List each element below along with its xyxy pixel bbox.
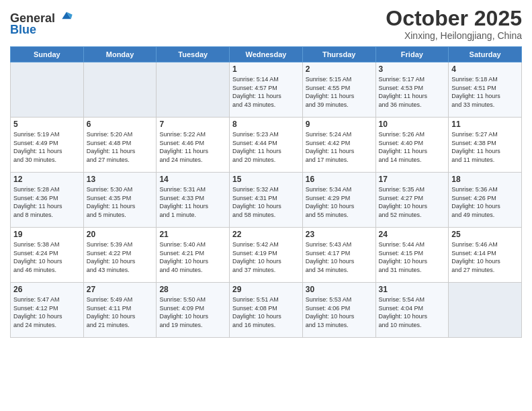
calendar-cell (157, 62, 230, 118)
day-number: 20 (87, 230, 154, 239)
weekday-header-wednesday: Wednesday (230, 47, 303, 62)
calendar-week-row: 26Sunrise: 5:47 AM Sunset: 4:12 PM Dayli… (11, 283, 522, 338)
day-number: 27 (87, 285, 154, 294)
day-number: 26 (13, 285, 81, 294)
calendar-cell: 13Sunrise: 5:30 AM Sunset: 4:35 PM Dayli… (83, 173, 157, 228)
calendar-cell (83, 62, 157, 118)
day-number: 19 (13, 230, 81, 239)
weekday-header-saturday: Saturday (449, 47, 522, 62)
calendar-cell: 20Sunrise: 5:39 AM Sunset: 4:22 PM Dayli… (83, 228, 157, 283)
day-info: Sunrise: 5:14 AM Sunset: 4:57 PM Dayligh… (232, 75, 300, 109)
day-info: Sunrise: 5:17 AM Sunset: 4:53 PM Dayligh… (379, 75, 446, 109)
calendar-cell: 29Sunrise: 5:51 AM Sunset: 4:08 PM Dayli… (230, 283, 303, 338)
page-container: General Blue October 2025 Xinxing, Heilo… (0, 0, 532, 411)
day-info: Sunrise: 5:26 AM Sunset: 4:40 PM Dayligh… (379, 130, 446, 164)
day-number: 18 (451, 175, 519, 184)
calendar-cell: 15Sunrise: 5:32 AM Sunset: 4:31 PM Dayli… (230, 173, 303, 228)
day-info: Sunrise: 5:38 AM Sunset: 4:24 PM Dayligh… (13, 240, 81, 274)
day-info: Sunrise: 5:22 AM Sunset: 4:46 PM Dayligh… (159, 130, 226, 164)
day-info: Sunrise: 5:27 AM Sunset: 4:38 PM Dayligh… (451, 130, 519, 164)
day-number: 14 (159, 175, 226, 184)
day-info: Sunrise: 5:30 AM Sunset: 4:35 PM Dayligh… (87, 185, 154, 219)
day-info: Sunrise: 5:15 AM Sunset: 4:55 PM Dayligh… (306, 75, 373, 109)
calendar-cell: 18Sunrise: 5:36 AM Sunset: 4:26 PM Dayli… (449, 173, 522, 228)
day-number: 12 (13, 175, 81, 184)
calendar-cell: 7Sunrise: 5:22 AM Sunset: 4:46 PM Daylig… (157, 118, 230, 173)
day-number: 29 (232, 285, 300, 294)
calendar-week-row: 1Sunrise: 5:14 AM Sunset: 4:57 PM Daylig… (11, 62, 522, 118)
day-number: 8 (232, 120, 300, 129)
calendar-week-row: 5Sunrise: 5:19 AM Sunset: 4:49 PM Daylig… (11, 118, 522, 173)
day-number: 28 (159, 285, 226, 294)
day-number: 9 (306, 120, 373, 129)
calendar-table: SundayMondayTuesdayWednesdayThursdayFrid… (10, 46, 522, 338)
day-info: Sunrise: 5:50 AM Sunset: 4:09 PM Dayligh… (159, 295, 226, 329)
logo-icon (60, 9, 73, 22)
day-number: 2 (306, 64, 373, 74)
day-info: Sunrise: 5:54 AM Sunset: 4:04 PM Dayligh… (379, 295, 446, 329)
day-number: 7 (159, 120, 226, 129)
calendar-cell: 27Sunrise: 5:49 AM Sunset: 4:11 PM Dayli… (83, 283, 157, 338)
calendar-cell: 10Sunrise: 5:26 AM Sunset: 4:40 PM Dayli… (375, 118, 449, 173)
day-info: Sunrise: 5:23 AM Sunset: 4:44 PM Dayligh… (232, 130, 300, 164)
day-number: 1 (232, 64, 300, 74)
calendar-cell: 2Sunrise: 5:15 AM Sunset: 4:55 PM Daylig… (302, 62, 375, 118)
calendar-cell (449, 283, 522, 338)
day-info: Sunrise: 5:36 AM Sunset: 4:26 PM Dayligh… (451, 185, 519, 219)
calendar-cell: 1Sunrise: 5:14 AM Sunset: 4:57 PM Daylig… (230, 62, 303, 118)
day-number: 11 (451, 120, 519, 129)
day-info: Sunrise: 5:34 AM Sunset: 4:29 PM Dayligh… (306, 185, 373, 219)
day-info: Sunrise: 5:28 AM Sunset: 4:36 PM Dayligh… (13, 185, 81, 219)
day-info: Sunrise: 5:18 AM Sunset: 4:51 PM Dayligh… (451, 75, 519, 109)
calendar-cell: 21Sunrise: 5:40 AM Sunset: 4:21 PM Dayli… (157, 228, 230, 283)
calendar-cell: 5Sunrise: 5:19 AM Sunset: 4:49 PM Daylig… (11, 118, 84, 173)
day-number: 6 (87, 120, 154, 129)
day-number: 30 (306, 285, 373, 294)
calendar-cell: 26Sunrise: 5:47 AM Sunset: 4:12 PM Dayli… (11, 283, 84, 338)
weekday-header-thursday: Thursday (302, 47, 375, 62)
day-info: Sunrise: 5:31 AM Sunset: 4:33 PM Dayligh… (159, 185, 226, 219)
day-number: 10 (379, 120, 446, 129)
calendar-cell: 23Sunrise: 5:43 AM Sunset: 4:17 PM Dayli… (302, 228, 375, 283)
day-info: Sunrise: 5:51 AM Sunset: 4:08 PM Dayligh… (232, 295, 300, 329)
weekday-header-tuesday: Tuesday (157, 47, 230, 62)
day-number: 25 (451, 230, 519, 239)
weekday-header-friday: Friday (375, 47, 449, 62)
weekday-header-sunday: Sunday (11, 47, 84, 62)
calendar-cell (11, 62, 84, 118)
day-number: 23 (306, 230, 373, 239)
day-info: Sunrise: 5:20 AM Sunset: 4:48 PM Dayligh… (87, 130, 154, 164)
day-number: 31 (379, 285, 446, 294)
calendar-week-row: 19Sunrise: 5:38 AM Sunset: 4:24 PM Dayli… (11, 228, 522, 283)
day-info: Sunrise: 5:47 AM Sunset: 4:12 PM Dayligh… (13, 295, 81, 329)
day-info: Sunrise: 5:49 AM Sunset: 4:11 PM Dayligh… (87, 295, 154, 329)
day-info: Sunrise: 5:42 AM Sunset: 4:19 PM Dayligh… (232, 240, 300, 274)
calendar-cell: 8Sunrise: 5:23 AM Sunset: 4:44 PM Daylig… (230, 118, 303, 173)
calendar-cell: 25Sunrise: 5:46 AM Sunset: 4:14 PM Dayli… (449, 228, 522, 283)
calendar-cell: 4Sunrise: 5:18 AM Sunset: 4:51 PM Daylig… (449, 62, 522, 118)
day-number: 22 (232, 230, 300, 239)
day-number: 17 (379, 175, 446, 184)
weekday-header-monday: Monday (83, 47, 157, 62)
day-number: 15 (232, 175, 300, 184)
logo-blue: Blue (10, 23, 36, 37)
day-info: Sunrise: 5:43 AM Sunset: 4:17 PM Dayligh… (306, 240, 373, 274)
day-number: 4 (451, 64, 519, 74)
day-info: Sunrise: 5:35 AM Sunset: 4:27 PM Dayligh… (379, 185, 446, 219)
day-number: 21 (159, 230, 226, 239)
page-header: General Blue October 2025 Xinxing, Heilo… (10, 7, 522, 41)
logo: General Blue (10, 10, 73, 37)
day-number: 5 (13, 120, 81, 129)
calendar-cell: 31Sunrise: 5:54 AM Sunset: 4:04 PM Dayli… (375, 283, 449, 338)
day-number: 16 (306, 175, 373, 184)
calendar-cell: 30Sunrise: 5:53 AM Sunset: 4:06 PM Dayli… (302, 283, 375, 338)
month-title: October 2025 (386, 7, 522, 30)
calendar-cell: 9Sunrise: 5:24 AM Sunset: 4:42 PM Daylig… (302, 118, 375, 173)
calendar-cell: 22Sunrise: 5:42 AM Sunset: 4:19 PM Dayli… (230, 228, 303, 283)
location-subtitle: Xinxing, Heilongjiang, China (386, 30, 522, 41)
calendar-week-row: 12Sunrise: 5:28 AM Sunset: 4:36 PM Dayli… (11, 173, 522, 228)
day-number: 3 (379, 64, 446, 74)
calendar-cell: 24Sunrise: 5:44 AM Sunset: 4:15 PM Dayli… (375, 228, 449, 283)
calendar-cell: 19Sunrise: 5:38 AM Sunset: 4:24 PM Dayli… (11, 228, 84, 283)
calendar-cell: 3Sunrise: 5:17 AM Sunset: 4:53 PM Daylig… (375, 62, 449, 118)
